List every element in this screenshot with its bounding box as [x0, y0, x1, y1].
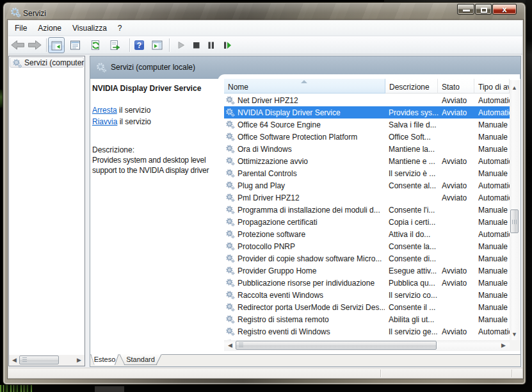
view-tabs: Esteso Standard — [90, 354, 520, 366]
service-name-cell: Programma di installazione dei moduli d.… — [238, 206, 385, 215]
service-startup-type-cell: Manuale — [478, 291, 510, 300]
service-description-cell: Pubblica qu... — [389, 279, 440, 288]
service-status-cell: Avviato — [442, 96, 474, 105]
service-row[interactable]: Registro eventi di WindowsIl servizio ge… — [224, 325, 510, 338]
tree-scrollbar-thumb[interactable] — [19, 355, 59, 364]
service-row[interactable]: Plug and PlayConsente al...AvviatoAutoma… — [224, 179, 510, 192]
service-row[interactable]: Protezione softwareAttiva il do...Automa… — [224, 228, 510, 240]
service-row[interactable]: Pubblicazione risorse per individuazione… — [224, 277, 510, 289]
service-row[interactable]: Redirector porta UserMode di Servizi Des… — [224, 301, 510, 313]
menu-file[interactable]: File — [10, 21, 32, 35]
service-row[interactable]: Pml Driver HPZ12AvviatoAutomatico — [224, 192, 510, 204]
maximize-button[interactable] — [475, 4, 492, 15]
service-row[interactable]: Office 64 Source EngineSalva i file d...… — [224, 118, 510, 131]
minimize-button[interactable] — [457, 4, 474, 15]
service-status-cell: Avviato — [442, 108, 474, 117]
service-row[interactable]: Parental ControlsIl servizio è ...Manual… — [224, 167, 510, 179]
service-status-cell: Avviato — [442, 327, 474, 336]
properties-button[interactable] — [70, 40, 81, 51]
show-console-tree-button[interactable] — [48, 37, 65, 53]
column-header-tipo-di-avvio[interactable]: Tipo di avvio — [474, 79, 510, 94]
stop-service-suffix: il servizio — [117, 106, 151, 115]
help-button[interactable]: ? — [134, 40, 145, 51]
service-row[interactable]: Raccolta eventi WindowsIl servizio co...… — [224, 289, 510, 301]
toolbar: ? — [8, 37, 522, 54]
service-startup-type-cell: Manuale — [478, 279, 510, 288]
scrollbar-corner — [510, 340, 520, 351]
service-rows: Net Driver HPZ12AvviatoAutomatico NVIDIA… — [224, 94, 510, 340]
sort-ascending-icon — [301, 80, 307, 83]
service-row[interactable]: Protocollo PNRPConsente la...Manuale — [224, 240, 510, 252]
service-name-cell: Protezione software — [238, 230, 385, 239]
service-row[interactable]: Propagazione certificatiCopia i certi...… — [224, 216, 510, 228]
tab-standard[interactable]: Standard — [119, 354, 162, 365]
scroll-up-arrow[interactable]: ▲ — [509, 83, 520, 94]
service-description-cell: Consente al... — [389, 181, 440, 190]
scroll-left-arrow[interactable]: ◀ — [225, 340, 236, 351]
titlebar[interactable]: Servizi x — [3, 3, 526, 20]
service-status-cell: Avviato — [442, 266, 474, 275]
service-name-cell: Registro di sistema remoto — [238, 315, 385, 324]
start-service-button[interactable] — [175, 40, 186, 51]
menu-visualizza[interactable]: Visualizza — [67, 21, 112, 35]
service-row[interactable]: Ottimizzazione avvioMantiene e ...Avviat… — [224, 155, 510, 167]
list-header: Nome Descrizione Stato Tipo di avvio — [224, 79, 510, 94]
client-area: File Azione Visualizza ? — [8, 20, 522, 378]
service-row[interactable]: Provider Gruppo HomeEsegue attiv...Avvia… — [224, 265, 510, 277]
service-name-cell: Plug and Play — [238, 181, 385, 190]
maximize-icon — [481, 8, 487, 13]
toolbar-separator — [129, 38, 130, 52]
service-row[interactable]: Office Software Protection PlatformOffic… — [224, 131, 510, 143]
scroll-right-arrow[interactable]: ▶ — [74, 355, 85, 366]
service-description-cell: Consente l'i... — [389, 206, 440, 215]
status-bar-divider — [512, 370, 512, 377]
service-startup-type-cell: Manuale — [478, 133, 510, 142]
service-row[interactable]: Net Driver HPZ12AvviatoAutomatico — [224, 94, 510, 106]
forward-button[interactable] — [27, 40, 38, 51]
service-startup-type-cell: Manuale — [478, 242, 510, 251]
show-action-pane-button[interactable] — [152, 40, 163, 51]
menu-help[interactable]: ? — [113, 21, 127, 35]
list-hscrollbar-thumb[interactable] — [236, 341, 437, 350]
service-row[interactable]: Programma di installazione dei moduli d.… — [224, 204, 510, 216]
restart-service-button[interactable] — [222, 40, 232, 51]
list-vertical-scrollbar[interactable]: ▲ ▼ — [510, 80, 520, 340]
results-pane: Servizi (computer locale) NVIDIA Display… — [90, 56, 521, 367]
scroll-left-arrow[interactable]: ◀ — [9, 355, 20, 366]
service-row[interactable]: Ora di WindowsMantiene la...Manuale — [224, 143, 510, 155]
export-list-button[interactable] — [109, 40, 120, 51]
toolbar-separator — [169, 38, 170, 52]
service-name-cell: NVIDIA Display Driver Service — [238, 108, 385, 117]
service-name-cell: Raccolta eventi Windows — [238, 291, 385, 300]
list-horizontal-scrollbar[interactable]: ◀ ▶ — [224, 340, 510, 351]
close-button[interactable]: x — [492, 4, 517, 15]
list-vscrollbar-thumb[interactable] — [510, 209, 519, 233]
desktop-wallpaper-rock — [95, 386, 124, 392]
menu-azione[interactable]: Azione — [33, 21, 67, 35]
service-startup-type-cell: Manuale — [478, 266, 510, 275]
scroll-down-arrow[interactable]: ▼ — [509, 329, 520, 340]
service-startup-type-cell: Automatico — [478, 193, 510, 202]
service-status-cell: Avviato — [442, 193, 474, 202]
back-button[interactable] — [10, 40, 21, 51]
services-node-icon — [12, 58, 22, 69]
service-row[interactable]: Registro di sistema remotoAbilita gli ut… — [224, 313, 510, 325]
scroll-right-arrow[interactable]: ▶ — [498, 340, 509, 351]
pause-service-button[interactable] — [206, 40, 216, 51]
show-console-tree-icon — [51, 40, 62, 51]
restart-service-link[interactable]: Riavvia — [92, 117, 117, 126]
column-header-stato[interactable]: Stato — [438, 79, 474, 94]
service-row[interactable]: Provider di copie shadow software Micro.… — [224, 252, 510, 265]
refresh-button[interactable] — [90, 40, 101, 51]
tab-esteso[interactable]: Esteso — [90, 354, 119, 365]
stop-service-link[interactable]: Arresta — [92, 106, 117, 115]
stop-service-button[interactable] — [191, 40, 202, 51]
service-name-cell: Provider di copie shadow software Micro.… — [238, 254, 385, 263]
column-header-nome[interactable]: Nome — [224, 79, 385, 94]
tree-horizontal-scrollbar[interactable]: ◀ ▶ — [9, 355, 85, 366]
column-header-descrizione[interactable]: Descrizione — [385, 79, 438, 94]
desktop-background-right — [526, 0, 532, 392]
tree-item-services-root[interactable]: Servizi (computer — [10, 57, 84, 68]
results-banner-title: Servizi (computer locale) — [111, 63, 195, 72]
service-row[interactable]: NVIDIA Display Driver ServiceProvides sy… — [224, 106, 510, 118]
